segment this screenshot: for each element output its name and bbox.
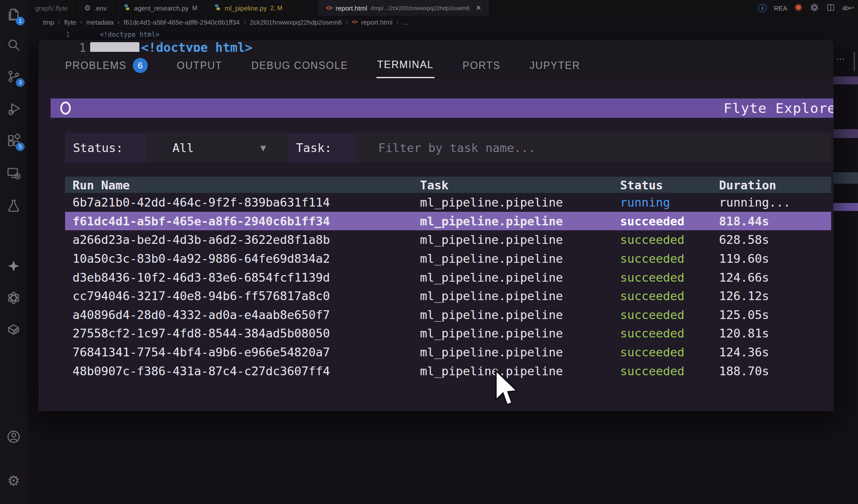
selection-highlight xyxy=(90,42,139,52)
tab-ports[interactable]: PORTS xyxy=(462,54,501,78)
testing-icon[interactable] xyxy=(0,194,27,217)
explorer-icon[interactable]: 1 xyxy=(0,4,27,26)
table-row[interactable]: 6b7a21b0-42dd-464c-9f2f-839ba631f114 ml_… xyxy=(65,193,831,212)
runs-table-body: 6b7a21b0-42dd-464c-9f2f-839ba631f114 ml_… xyxy=(65,193,831,380)
status-badge: succeeded xyxy=(620,214,684,228)
filter-bar: Status: All ▼ Task: Filter by task name.… xyxy=(65,133,831,163)
tab-agent-research[interactable]: agent_research.py M xyxy=(115,0,206,16)
status-filter-dropdown[interactable]: All ▼ xyxy=(146,133,288,163)
terminal-panel[interactable]: Flyte Explore Status: All ▼ Task: Filter… xyxy=(39,79,833,411)
info-icon[interactable]: i xyxy=(758,4,767,12)
duration-cell: 119.60s xyxy=(719,252,769,265)
tab-jupyter[interactable]: JUPYTER xyxy=(529,54,581,78)
tab-label: DEBUG CONSOLE xyxy=(251,60,348,72)
breadcrumb-item[interactable]: ... xyxy=(402,18,408,26)
breadcrumb: tmp › flyte › metadata › f61dc4d1-a5bf-4… xyxy=(27,16,858,28)
task-cell: ml_pipeline.pipeline xyxy=(420,233,563,247)
run-name-cell: a266d23a-be2d-4d3b-a6d2-3622ed8f1a8b xyxy=(73,233,330,247)
column-task: Task xyxy=(420,178,449,192)
activity-bar: 1 3 5 xyxy=(0,0,27,504)
column-status: Status xyxy=(620,178,663,192)
run-name-cell: 10a50c3c-83b0-4a92-9886-64fe69d834a2 xyxy=(73,252,330,265)
table-row[interactable]: 27558cf2-1c97-4fd8-8544-384ad5b08050 ml_… xyxy=(65,324,831,343)
panel-scrollbar[interactable] xyxy=(854,52,855,71)
status-filter-value: All xyxy=(172,141,194,155)
duration-cell: 628.58s xyxy=(719,233,769,247)
breadcrumb-item[interactable]: report.html xyxy=(361,18,393,26)
status-badge: running xyxy=(620,196,670,209)
task-filter-input[interactable]: Filter by task name... xyxy=(357,133,831,163)
table-row[interactable]: 48b0907c-f386-431a-87c4-c27dc3607ff4 ml_… xyxy=(65,361,831,380)
code-line: <!doctype html> xyxy=(141,40,252,52)
run-name-cell: 48b0907c-f386-431a-87c4-c27dc3607ff4 xyxy=(73,364,330,377)
duration-cell: 125.05s xyxy=(719,308,769,321)
copilot-sparkle-icon[interactable] xyxy=(0,255,27,278)
openai-editor-icon[interactable] xyxy=(810,3,819,14)
breadcrumb-item[interactable]: flyte xyxy=(64,18,77,26)
containers-icon[interactable] xyxy=(0,318,27,341)
runs-table-header: Run Name Task Status Duration xyxy=(65,177,831,193)
extensions-icon[interactable]: 5 xyxy=(0,129,27,152)
editor-actions: i REA ✺ ab↩ xyxy=(758,0,858,16)
table-row[interactable]: a266d23a-be2d-4d3b-a6d2-3622ed8f1a8b ml_… xyxy=(65,230,831,249)
task-cell: ml_pipeline.pipeline xyxy=(420,289,563,303)
panel-tab-bar: PROBLEMS 6 OUTPUT DEBUG CONSOLE TERMINAL… xyxy=(39,52,833,79)
tab-file-path: /tmp/.../2ck2l01hnwwvpq22hdp2osem6 xyxy=(371,5,470,11)
table-row[interactable]: f61dc4d1-a5bf-465e-a8f6-2940c6b1ff34 ml_… xyxy=(65,212,831,231)
html-file-icon: <> xyxy=(352,19,357,25)
settings-gear-icon[interactable]: ⚙ xyxy=(0,469,27,492)
table-row[interactable]: cc794046-3217-40e8-94b6-ff576817a8c0 ml_… xyxy=(65,286,831,305)
task-cell: ml_pipeline.pipeline xyxy=(420,308,563,321)
mouse-cursor xyxy=(492,368,517,410)
breadcrumb-item[interactable]: 2ck2l01hnwwvpq22hdp2osem6 xyxy=(250,18,342,26)
tab-debug-console[interactable]: DEBUG CONSOLE xyxy=(250,54,349,78)
run-name-cell: d3eb8436-10f2-46d3-83e6-6854fcf1139d xyxy=(73,270,330,284)
tab-terminal[interactable]: TERMINAL xyxy=(376,53,434,78)
breadcrumb-item[interactable]: metadata xyxy=(86,18,114,26)
task-filter-label: Task: xyxy=(288,133,357,163)
panel-more-actions-icon[interactable]: ⋯ xyxy=(836,54,846,64)
duration-cell: 818.44s xyxy=(719,214,769,228)
column-run-name: Run Name xyxy=(73,178,130,192)
task-filter-placeholder: Filter by task name... xyxy=(378,141,536,155)
table-row[interactable]: 76841341-7754-4bf4-a9b6-e966e54820a7 ml_… xyxy=(65,343,831,362)
breadcrumb-item[interactable]: f61dc4d1-a5bf-465e-a8f6-2940c6b1ff34 xyxy=(124,18,240,26)
search-icon[interactable] xyxy=(0,33,27,56)
tab-ml-pipeline[interactable]: ml_pipeline.py 2, M xyxy=(206,0,291,16)
status-badge: succeeded xyxy=(620,270,684,284)
python-icon xyxy=(214,4,221,12)
close-icon[interactable]: ✕ xyxy=(476,4,482,12)
zoom-overlay-window: 1 <!doctype html> PROBLEMS 6 OUTPUT DEBU… xyxy=(39,40,833,411)
source-control-badge: 3 xyxy=(16,78,25,87)
status-badge: succeeded xyxy=(620,345,684,359)
readme-label: REA xyxy=(774,4,787,12)
task-cell: ml_pipeline.pipeline xyxy=(420,270,563,284)
tab-output[interactable]: OUTPUT xyxy=(176,54,223,78)
account-icon[interactable] xyxy=(0,425,27,448)
breadcrumb-item[interactable]: tmp xyxy=(43,18,54,26)
tab-env[interactable]: ⚙ .env xyxy=(76,0,115,16)
openai-icon[interactable] xyxy=(0,286,27,309)
tab-problems-badge: 2, M xyxy=(270,4,282,11)
table-row[interactable]: 10a50c3c-83b0-4a92-9886-64fe69d834a2 ml_… xyxy=(65,249,831,268)
python-icon xyxy=(123,4,131,12)
tab-graph-flyte[interactable]: graph/.flyte xyxy=(27,0,76,16)
chevron-right-icon: › xyxy=(58,18,60,25)
starburst-icon[interactable]: ✺ xyxy=(794,2,802,14)
duration-cell: 124.66s xyxy=(719,270,769,284)
problems-count-badge: 6 xyxy=(133,58,148,73)
chevron-right-icon: › xyxy=(397,18,399,25)
chevron-down-icon: ▼ xyxy=(260,142,266,153)
word-wrap-icon[interactable]: ab↩ xyxy=(842,4,854,12)
source-control-icon[interactable]: 3 xyxy=(0,65,27,88)
task-cell: ml_pipeline.pipeline xyxy=(420,252,563,265)
task-cell: ml_pipeline.pipeline xyxy=(420,345,563,359)
remote-explorer-icon[interactable] xyxy=(0,162,27,185)
tab-modified-badge: M xyxy=(192,4,197,11)
table-row[interactable]: a40896d4-28d0-4332-ad0a-e4aab8e650f7 ml_… xyxy=(65,305,831,324)
run-and-debug-icon[interactable] xyxy=(0,98,27,120)
table-row[interactable]: d3eb8436-10f2-46d3-83e6-6854fcf1139d ml_… xyxy=(65,268,831,286)
tab-problems[interactable]: PROBLEMS 6 xyxy=(64,52,149,79)
tab-report-html[interactable]: <> report.html /tmp/.../2ck2l01hnwwvpq22… xyxy=(318,0,489,16)
split-editor-icon[interactable] xyxy=(826,3,835,13)
